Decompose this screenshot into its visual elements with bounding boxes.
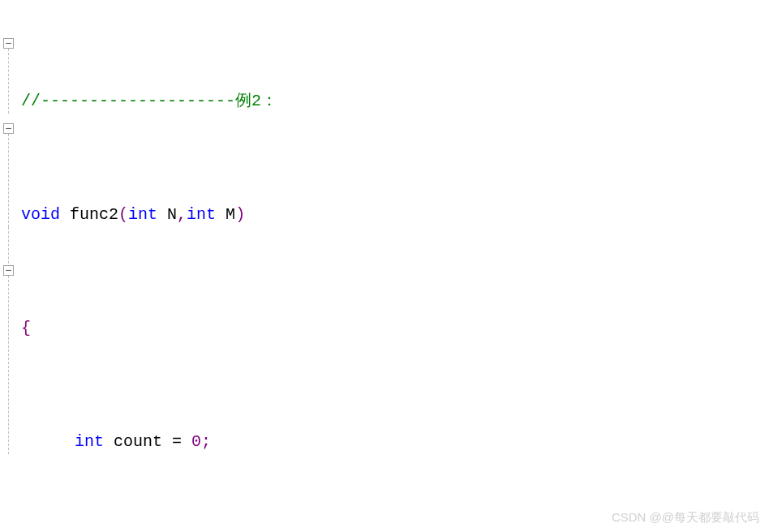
paren-close: )	[235, 200, 245, 229]
gutter	[0, 0, 18, 532]
code-line: void func2(int N,int M)	[18, 200, 769, 229]
comment: //--------------------例2：	[21, 87, 277, 115]
brace-open: {	[21, 314, 31, 342]
paren-open: (	[118, 200, 128, 229]
keyword-int: int	[187, 200, 216, 229]
keyword-void: void	[21, 200, 60, 229]
keyword-int: int	[75, 427, 104, 456]
fold-icon[interactable]	[3, 38, 14, 49]
code-line: //--------------------例2：	[18, 87, 769, 115]
param-m: M	[216, 200, 235, 229]
function-name: func2	[60, 200, 118, 229]
code-editor: //--------------------例2： void func2(int…	[0, 0, 769, 532]
operator-eq: =	[172, 427, 182, 456]
code-line: int count = 0;	[18, 427, 769, 456]
fold-icon[interactable]	[3, 265, 14, 276]
code-line: {	[18, 314, 769, 342]
semicolon: ;	[201, 427, 211, 456]
comma: ,	[177, 200, 187, 229]
keyword-int: int	[128, 200, 157, 229]
var-count: count	[104, 427, 172, 456]
code-area[interactable]: //--------------------例2： void func2(int…	[18, 0, 769, 532]
param-n: N	[157, 200, 177, 229]
fold-icon[interactable]	[3, 123, 14, 134]
number-zero: 0	[191, 427, 201, 456]
watermark: CSDN @@每天都要敲代码	[612, 510, 759, 526]
